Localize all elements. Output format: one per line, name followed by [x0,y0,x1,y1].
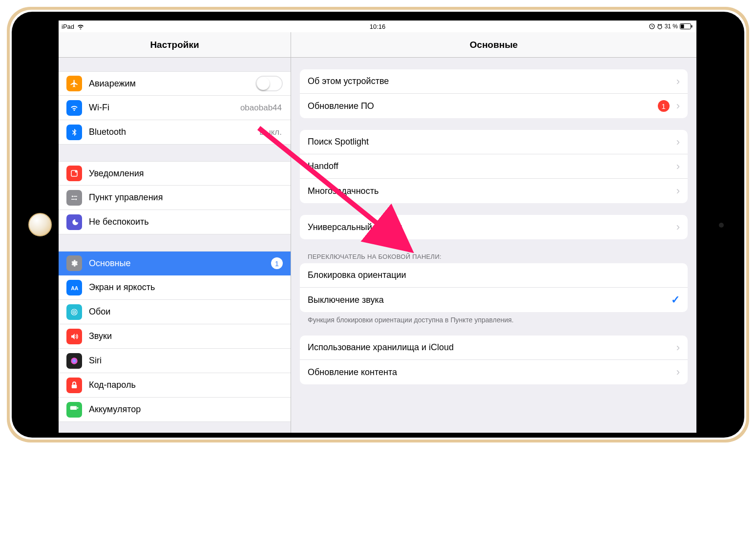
svg-point-15 [74,311,75,312]
battery-icon [66,402,82,418]
settings-icon [66,255,82,271]
svg-point-9 [75,198,77,200]
chevron-right-icon: › [676,160,680,173]
section-footer: Функция блокировки ориентации доступна в… [308,316,680,324]
airplane-icon [66,76,82,91]
toggle-airplane[interactable] [255,76,283,91]
detail-row[interactable]: Handoff› [300,154,688,179]
detail-row-label: Выключение звука [308,295,671,305]
svg-rect-18 [70,406,77,410]
sidebar-item-wifi[interactable]: Wi-Fiobaobab44 [59,96,291,120]
sidebar-item-battery[interactable]: Аккумулятор [59,398,291,422]
check-icon: ✓ [671,294,680,306]
chevron-right-icon: › [676,100,680,112]
sidebar: Настройки АвиарежимWi-Fiobaobab44Bluetoo… [59,32,291,433]
clock: 10:16 [370,23,386,30]
detail-row[interactable]: Поиск Spotlight› [300,130,688,154]
chevron-right-icon: › [676,185,680,197]
detail-row-label: Об этом устройстве [308,76,673,86]
camera-dot [719,223,724,228]
detail-scroll[interactable]: Об этом устройстве›Обновление ПО1›Поиск … [291,58,696,433]
detail-row[interactable]: Многозадачность› [300,179,688,203]
detail-row[interactable]: Выключение звука✓ [300,288,688,312]
screen: iPad 10:16 31 % Нас [59,21,696,433]
svg-rect-10 [71,199,75,200]
chevron-right-icon: › [676,366,680,379]
chevron-right-icon: › [676,341,680,354]
svg-point-16 [71,358,78,364]
sidebar-item-dnd[interactable]: Не беспокоить [59,210,291,234]
sidebar-item-settings[interactable]: Основные1 [59,251,291,275]
dnd-icon [66,214,82,230]
svg-rect-19 [77,407,78,408]
sidebar-item-controlcenter[interactable]: Пункт управления [59,186,291,210]
notifications-icon [66,166,82,181]
detail-row-label: Обновление ПО [308,101,658,111]
sidebar-item-label: Уведомления [89,168,287,179]
svg-rect-4 [681,24,684,28]
wifi-icon [66,100,82,116]
sidebar-item-passcode[interactable]: Код-пароль [59,373,291,398]
device-frame: iPad 10:16 31 % Нас [7,7,749,442]
battery-icon [680,23,693,29]
detail-row[interactable]: Обновление ПО1› [300,94,688,118]
svg-point-1 [658,25,662,29]
sidebar-item-label: Обои [89,307,287,317]
detail-row-label: Универсальный доступ [308,222,673,232]
detail-row-label: Многозадачность [308,186,673,196]
detail-row-label: Обновление контента [308,367,673,378]
svg-rect-3 [692,25,693,28]
detail-row-label: Поиск Spotlight [308,137,673,147]
chevron-right-icon: › [676,136,680,148]
sidebar-item-display[interactable]: AAЭкран и яркость [59,275,291,300]
sidebar-title: Настройки [59,32,291,58]
sidebar-item-notifications[interactable]: Уведомления [59,161,291,186]
sidebar-item-label: Экран и яркость [89,282,287,293]
detail-row[interactable]: Использование хранилища и iCloud› [300,336,688,360]
sidebar-item-label: Wi-Fi [89,103,240,113]
sidebar-item-siri[interactable]: Siri [59,349,291,373]
device-label: iPad [62,23,74,30]
display-icon: AA [66,280,82,295]
rotation-lock-icon [649,23,655,29]
controlcenter-icon [66,190,82,206]
home-button[interactable] [28,213,52,236]
sidebar-item-label: Аккумулятор [89,404,287,415]
sidebar-item-label: Bluetooth [89,127,259,137]
detail-row-label: Handoff [308,161,673,171]
sidebar-scroll[interactable]: АвиарежимWi-Fiobaobab44BluetoothВыкл.Уве… [59,58,291,433]
svg-point-7 [72,195,73,197]
sidebar-item-value: Выкл. [259,127,282,137]
sidebar-item-label: Не беспокоить [89,217,287,227]
detail-row[interactable]: Обновление контента› [300,360,688,384]
sidebar-item-label: Звуки [89,331,287,341]
detail-row[interactable]: Блокировка ориентации [300,263,688,288]
bluetooth-icon [66,125,82,140]
detail-row-label: Блокировка ориентации [308,270,680,280]
battery-percent: 31 % [665,23,678,30]
sidebar-item-sounds[interactable]: Звуки [59,324,291,349]
sidebar-item-airplane[interactable]: Авиарежим [59,71,291,96]
svg-rect-17 [72,384,77,388]
siri-icon [66,353,82,369]
wallpaper-icon [66,304,82,320]
wifi-icon [77,24,84,29]
detail-row[interactable]: Универсальный доступ› [300,215,688,239]
badge: 1 [271,257,283,269]
detail-pane: Основные Об этом устройстве›Обновление П… [291,32,696,433]
detail-row[interactable]: Об этом устройстве› [300,69,688,94]
svg-text:AA: AA [71,285,79,291]
sidebar-item-label: Авиарежим [89,79,255,89]
chevron-right-icon: › [676,75,680,88]
sidebar-item-wallpaper[interactable]: Обои [59,300,291,324]
detail-row-label: Использование хранилища и iCloud [308,342,673,353]
sidebar-item-label: Пункт управления [89,192,287,203]
chevron-right-icon: › [676,221,680,233]
sounds-icon [66,329,82,344]
badge: 1 [658,100,670,112]
section-header: ПЕРЕКЛЮЧАТЕЛЬ НА БОКОВОЙ ПАНЕЛИ: [308,253,680,260]
svg-rect-8 [74,196,78,197]
sidebar-item-bluetooth[interactable]: BluetoothВыкл. [59,120,291,145]
svg-point-6 [75,170,78,173]
detail-title: Основные [291,32,696,58]
